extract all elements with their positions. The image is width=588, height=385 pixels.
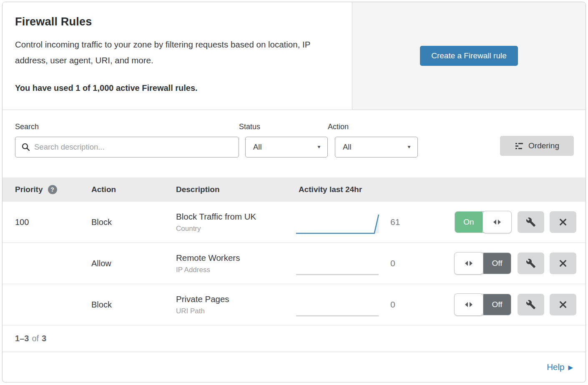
filter-bar: Search Status All ▼ Action All [3, 110, 585, 178]
pagination-total: 3 [42, 334, 46, 343]
table-row: 100 Block Block Traffic from UK Country … [3, 202, 585, 243]
toggle-arrows-icon [470, 302, 472, 307]
page-description: Control incoming traffic to your zone by… [15, 37, 334, 68]
ordering-button-label: Ordering [528, 141, 559, 150]
toggle-knob[interactable] [454, 293, 483, 316]
action-label: Action [328, 122, 418, 131]
help-bar: Help ▶ [3, 352, 585, 382]
rule-name: Remote Workers [176, 253, 296, 263]
toggle-state-label: Off [483, 294, 511, 315]
status-filter-group: Status All ▼ [239, 122, 328, 158]
row-controls: 0 Off [383, 252, 585, 274]
toggle-arrows-icon [465, 302, 468, 307]
toggle-state-label: On [455, 212, 482, 232]
wrench-icon [526, 258, 536, 268]
firewall-rules-card: Firewall Rules Control incoming traffic … [2, 2, 586, 382]
column-activity: Activity last 24hr [296, 185, 585, 194]
ordering-button[interactable]: Ordering [500, 136, 574, 156]
pagination-of: of [32, 334, 39, 343]
rule-action: Block [91, 218, 176, 227]
wrench-icon [526, 300, 536, 310]
rule-description: Block Traffic from UK Country [176, 212, 296, 233]
rule-match-type: Country [176, 225, 296, 233]
row-controls: 61 On [383, 211, 585, 233]
search-icon [21, 142, 30, 152]
rule-enabled-toggle[interactable]: Off [455, 294, 511, 315]
rule-enabled-toggle[interactable]: On [455, 211, 511, 233]
toggle-knob[interactable] [482, 211, 512, 233]
pagination-range: 1–3 [15, 334, 29, 343]
rule-description: Remote Workers IP Address [176, 253, 296, 274]
header-action-panel: Create a Firewall rule [352, 2, 585, 110]
chevron-down-icon: ▼ [317, 145, 322, 150]
search-box [15, 137, 239, 158]
column-description: Description [176, 185, 296, 194]
rule-name: Private Pages [176, 294, 296, 304]
list-ordering-icon [515, 141, 524, 150]
toggle-knob[interactable] [454, 252, 483, 275]
table-row: Block Private Pages URI Path 0 Off [3, 284, 585, 325]
search-input[interactable] [34, 142, 233, 152]
header-text-panel: Firewall Rules Control incoming traffic … [3, 2, 352, 110]
rule-description: Private Pages URI Path [176, 294, 296, 315]
edit-rule-button[interactable] [518, 252, 544, 274]
delete-rule-button[interactable] [550, 294, 576, 315]
edit-rule-button[interactable] [518, 294, 544, 315]
activity-count: 0 [390, 300, 395, 310]
activity-sparkline [296, 291, 383, 318]
activity-sparkline [296, 250, 383, 277]
search-group: Search [15, 122, 239, 158]
close-icon [558, 218, 568, 227]
toggle-state-label: Off [483, 253, 511, 274]
arrow-right-icon: ▶ [568, 364, 573, 371]
toggle-arrows-icon [465, 261, 468, 266]
close-icon [558, 259, 568, 268]
search-label: Search [15, 122, 239, 131]
rule-enabled-toggle[interactable]: Off [455, 252, 511, 274]
delete-rule-button[interactable] [550, 252, 576, 274]
activity-sparkline [296, 208, 383, 236]
chevron-down-icon: ▼ [407, 145, 412, 150]
status-selected-value: All [253, 142, 262, 152]
edit-rule-button[interactable] [518, 211, 544, 233]
rule-name: Block Traffic from UK [176, 212, 296, 222]
toggle-arrows-icon [498, 220, 501, 225]
create-firewall-rule-button[interactable]: Create a Firewall rule [420, 46, 518, 66]
priority-help-icon[interactable]: ? [48, 185, 57, 194]
pagination-bar: 1–3 of 3 [3, 325, 585, 352]
page-header: Firewall Rules Control incoming traffic … [3, 2, 585, 110]
activity-count: 61 [390, 217, 400, 227]
status-label: Status [239, 122, 328, 131]
toggle-arrows-icon [493, 220, 496, 225]
table-row: Allow Remote Workers IP Address 0 Off [3, 243, 585, 284]
usage-note: You have used 1 of 1,000 active Firewall… [15, 83, 339, 93]
delete-rule-button[interactable] [550, 211, 576, 233]
help-link[interactable]: Help ▶ [547, 362, 573, 372]
wrench-icon [526, 217, 536, 227]
rule-action: Block [91, 300, 176, 310]
rule-priority: 100 [3, 218, 91, 227]
table-header: Priority ? Action Description Activity l… [3, 178, 585, 202]
rule-action: Allow [91, 259, 176, 268]
help-link-label: Help [547, 362, 564, 372]
rule-match-type: IP Address [176, 266, 296, 274]
rule-match-type: URI Path [176, 307, 296, 315]
row-controls: 0 Off [383, 294, 585, 315]
page-title: Firewall Rules [15, 15, 339, 28]
column-action: Action [91, 185, 176, 194]
action-select[interactable]: All ▼ [335, 137, 418, 158]
action-filter-group: Action All ▼ [328, 122, 418, 158]
column-priority: Priority ? [3, 185, 91, 194]
toggle-arrows-icon [470, 261, 472, 266]
action-selected-value: All [343, 142, 352, 152]
status-select[interactable]: All ▼ [245, 137, 328, 158]
priority-column-label: Priority [15, 185, 43, 194]
activity-count: 0 [390, 258, 395, 268]
close-icon [558, 300, 568, 309]
